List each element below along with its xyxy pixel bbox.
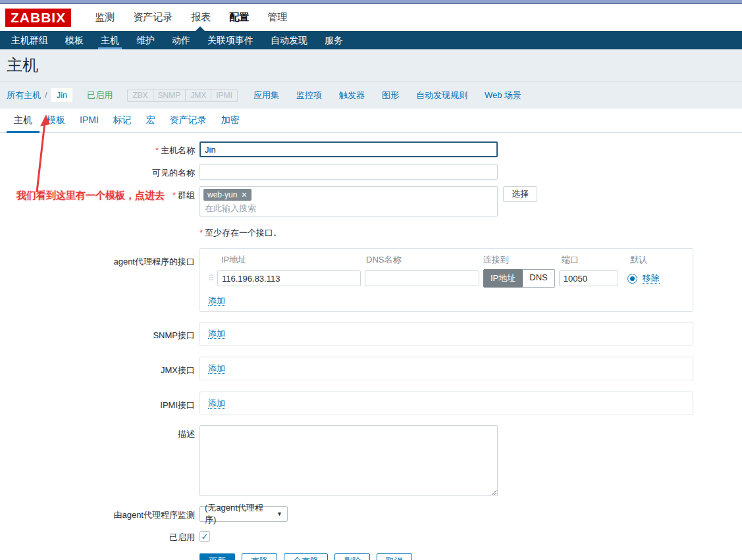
badge-zbx: ZBX [128,89,152,101]
agent-interface-add-link[interactable]: 添加 [208,295,225,306]
annotation-arrow [30,113,57,195]
snmp-interface-box: 添加 [199,322,693,345]
subnav-actions[interactable]: 动作 [163,31,199,49]
badge-snmp: SNMP [153,89,186,101]
subnav-services[interactable]: 服务 [316,31,352,49]
subnav-host-groups[interactable]: 主机群组 [3,31,57,49]
agent-interface-box: IP地址 DNS名称 连接到 端口 默认 ⠿ IP地址 DNS 移除 添加 [199,248,693,312]
connect-ip-option[interactable]: IP地址 [483,269,523,288]
agent-interface-row: ⠿ IP地址 DNS 移除 [208,269,685,288]
top-navbar: ZABBIX 监测 资产记录 报表 配置 管理 [0,4,742,31]
header-port: 端口 [562,254,630,266]
host-entity-links: 应用集 监控项 触发器 图形 自动发现规则 Web 场景 [253,89,539,101]
menu-reports[interactable]: 报表 [182,11,220,24]
subnav-event-correlation[interactable]: 关联项事件 [199,31,262,49]
interface-ip-input[interactable] [217,270,361,286]
groups-search-placeholder: 在此输入搜索 [203,203,494,215]
check-icon: ✓ [201,532,209,541]
menu-configuration[interactable]: 配置 [220,11,258,24]
jmx-add-link[interactable]: 添加 [208,363,225,374]
form-action-buttons: 更新 克隆 全克隆 删除 取消 [199,553,419,560]
subnav-maintenance[interactable]: 维护 [128,31,163,49]
subnav-hosts[interactable]: 主机 [92,31,128,49]
ipmi-interface-label: IPMI接口 [0,392,199,415]
interface-required-note: *至少存在一个接口。 [199,227,282,239]
group-chip: web-yun ✕ [203,189,252,201]
jmx-interface-label: JMX接口 [0,357,199,380]
host-form-tabs: 主机 模板 IPMI 标记 宏 资产记录 加密 [0,109,742,133]
tab-inventory[interactable]: 资产记录 [163,109,214,132]
monitored-by-value: (无agent代理程序) [205,502,273,526]
breadcrumb-separator: / [45,90,47,100]
breadcrumb: 所有主机 / Jin 已启用 ZBX SNMP JMX IPMI 应用集 监控项… [0,81,742,109]
monitored-by-select[interactable]: (无agent代理程序) ▼ [199,506,288,522]
default-interface-radio[interactable] [627,274,637,284]
sub-navbar: 主机群组 模板 主机 维护 动作 关联项事件 自动发现 服务 [0,31,742,49]
interface-table-header: IP地址 DNS名称 连接到 端口 默认 [208,254,685,266]
zabbix-logo[interactable]: ZABBIX [5,9,71,27]
full-clone-button[interactable]: 全克隆 [284,553,328,560]
interface-dns-input[interactable] [365,270,479,286]
caret-down-icon: ▼ [277,511,282,517]
interface-port-input[interactable] [559,270,618,286]
connect-dns-option[interactable]: DNS [523,269,554,288]
badge-jmx: JMX [185,89,211,101]
tab-encryption[interactable]: 加密 [214,109,247,132]
subnav-templates[interactable]: 模板 [57,31,92,49]
breadcrumb-all-hosts[interactable]: 所有主机 [7,89,41,101]
link-items[interactable]: 监控项 [296,89,322,101]
agent-availability-badges: ZBX SNMP JMX IPMI [127,89,238,102]
link-triggers[interactable]: 触发器 [339,89,365,101]
group-chip-label: web-yun [207,190,237,199]
menu-inventory[interactable]: 资产记录 [124,11,182,24]
snmp-interface-label: SNMP接口 [0,322,199,345]
clone-button[interactable]: 克隆 [242,553,277,560]
update-button[interactable]: 更新 [199,553,235,560]
description-textarea[interactable] [199,425,498,496]
groups-multiselect[interactable]: web-yun ✕ 在此输入搜索 [199,186,498,216]
header-connect-to: 连接到 [483,254,562,266]
breadcrumb-host-name[interactable]: Jin [51,88,73,102]
monitored-by-label: 由agent代理程序监测 [0,506,199,522]
group-chip-remove-icon[interactable]: ✕ [241,191,247,199]
cancel-button[interactable]: 取消 [377,553,412,560]
header-ip: IP地址 [217,254,365,266]
jmx-interface-box: 添加 [199,357,693,380]
drag-handle-icon[interactable]: ⠿ [208,274,217,283]
link-web-scenarios[interactable]: Web 场景 [485,89,521,101]
badge-ipmi: IPMI [211,89,237,101]
agent-interface-label: agent代理程序的接口 [0,248,199,312]
groups-select-button[interactable]: 选择 [503,186,537,202]
tab-tags[interactable]: 标记 [106,109,139,132]
tab-macros[interactable]: 宏 [139,109,163,132]
visible-name-input[interactable] [199,164,498,180]
link-applications[interactable]: 应用集 [253,89,279,101]
host-name-input[interactable] [199,141,498,157]
tab-ipmi[interactable]: IPMI [72,109,106,132]
enabled-label: 已启用 [0,531,199,544]
header-default: 默认 [630,254,685,266]
description-label: 描述 [0,425,199,496]
delete-button[interactable]: 删除 [334,553,370,560]
host-status-badge: 已启用 [87,89,113,101]
enabled-checkbox[interactable]: ✓ [199,531,210,542]
link-discovery-rules[interactable]: 自动发现规则 [416,89,467,101]
top-menu: 监测 资产记录 报表 配置 管理 [86,11,296,24]
link-graphs[interactable]: 图形 [382,89,399,101]
interface-remove-link[interactable]: 移除 [643,273,660,284]
page-header: 主机 所有主机 / Jin 已启用 ZBX SNMP JMX IPMI 应用集 … [0,49,742,109]
subnav-discovery[interactable]: 自动发现 [262,31,316,49]
ipmi-add-link[interactable]: 添加 [208,398,225,409]
page-title: 主机 [7,56,38,74]
connect-to-toggle: IP地址 DNS [483,269,555,288]
menu-administration[interactable]: 管理 [258,11,296,24]
header-dns: DNS名称 [365,254,483,266]
ipmi-interface-box: 添加 [199,392,693,415]
snmp-add-link[interactable]: 添加 [208,328,225,339]
menu-monitoring[interactable]: 监测 [86,11,124,24]
